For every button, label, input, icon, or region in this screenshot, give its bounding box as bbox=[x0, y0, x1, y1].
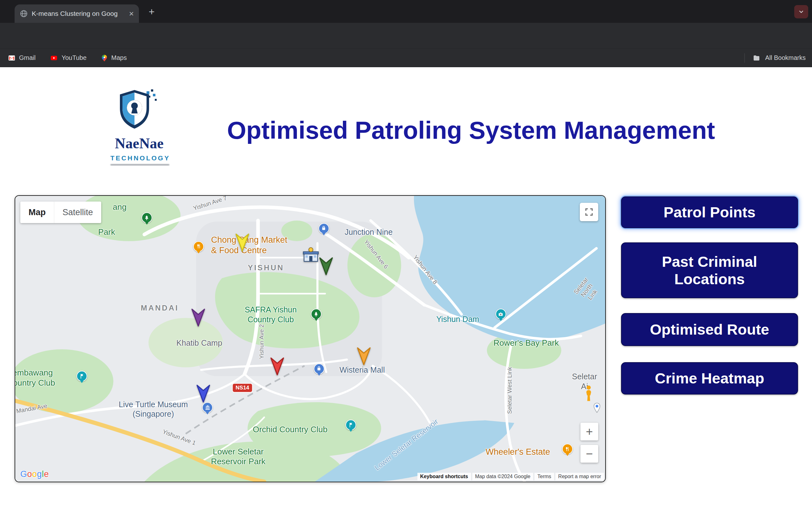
report-map-error-link[interactable]: Report a map error bbox=[555, 473, 604, 481]
all-bookmarks-label: All Bookmarks bbox=[765, 54, 806, 61]
patrol-marker-yellow[interactable] bbox=[235, 232, 250, 252]
site-logo: NaeNae TECHNOLOGY bbox=[110, 88, 168, 165]
youtube-icon bbox=[49, 54, 58, 62]
tab-close-icon[interactable]: × bbox=[129, 9, 134, 19]
bookmark-maps[interactable]: Maps bbox=[101, 54, 127, 62]
tab-strip: K-means Clustering on Goog × + bbox=[0, 0, 812, 23]
transit-badge-ns14: NS14 bbox=[233, 384, 252, 392]
new-tab-button[interactable]: + bbox=[145, 6, 158, 18]
gmail-icon bbox=[8, 54, 16, 62]
pin-camera-yishun-dam[interactable] bbox=[496, 308, 506, 320]
terms-link[interactable]: Terms bbox=[535, 473, 554, 481]
shield-logo-icon bbox=[115, 88, 163, 132]
map-data-text: Map data ©2024 Google bbox=[472, 473, 534, 481]
chevron-down-icon bbox=[798, 8, 805, 15]
page-content: NaeNae TECHNOLOGY Optimised Patroling Sy… bbox=[0, 67, 812, 507]
bookmark-label: YouTube bbox=[61, 54, 87, 61]
map-terrain bbox=[15, 196, 605, 482]
map-type-map-button[interactable]: Map bbox=[20, 202, 54, 223]
pin-restaurant-wheelers-estate[interactable] bbox=[562, 444, 573, 454]
streetview-pin-icon bbox=[593, 403, 601, 413]
globe-favicon-icon bbox=[20, 9, 28, 18]
patrol-marker-orange[interactable] bbox=[356, 346, 372, 366]
pin-shopping-wisteria-mall[interactable] bbox=[314, 363, 324, 374]
optimised-route-button[interactable]: Optimised Route bbox=[621, 313, 798, 346]
maps-pin-icon bbox=[101, 54, 108, 62]
page-title: Optimised Patroling System Management bbox=[203, 116, 739, 145]
tab-search-button[interactable] bbox=[794, 5, 808, 18]
patrol-marker-purple[interactable] bbox=[190, 307, 206, 328]
past-criminal-locations-button[interactable]: Past Criminal Locations bbox=[621, 242, 798, 298]
pin-park-tree[interactable] bbox=[142, 212, 152, 223]
tab-title: K-means Clustering on Goog bbox=[32, 10, 124, 17]
all-bookmarks[interactable]: All Bookmarks bbox=[745, 53, 812, 63]
crime-heatmap-button[interactable]: Crime Heatmap bbox=[621, 362, 798, 395]
fullscreen-button[interactable] bbox=[580, 203, 598, 221]
patrol-points-button[interactable]: Patrol Points bbox=[621, 196, 798, 228]
patrol-marker-green[interactable] bbox=[318, 256, 334, 276]
brand-name: NaeNae bbox=[110, 135, 168, 152]
google-logo: Google bbox=[20, 469, 49, 479]
fullscreen-icon bbox=[584, 207, 594, 217]
police-station-marker[interactable] bbox=[301, 246, 320, 264]
patrol-marker-blue[interactable] bbox=[195, 383, 211, 404]
pin-club-safra-yishun[interactable] bbox=[311, 308, 322, 320]
browser-tab[interactable]: K-means Clustering on Goog × bbox=[14, 4, 139, 23]
logo-underline bbox=[110, 164, 169, 165]
bookmark-youtube[interactable]: YouTube bbox=[49, 54, 87, 62]
bookmark-label: Gmail bbox=[19, 54, 36, 61]
map-attribution: Keyboard shortcutsMap data ©2024 GoogleT… bbox=[417, 473, 604, 481]
keyboard-shortcuts-button[interactable]: Keyboard shortcuts bbox=[417, 473, 471, 481]
zoom-in-button[interactable]: + bbox=[580, 423, 598, 441]
zoom-control: + − bbox=[580, 423, 598, 463]
bookmarks-bar: Gmail YouTube Maps All Bookmarks bbox=[0, 49, 812, 67]
browser-toolbar: File file:///Users/owennigel/Desktop/Sma… bbox=[0, 23, 812, 49]
zoom-out-button[interactable]: − bbox=[580, 445, 598, 463]
map[interactable]: angParkYishun Ave 7Chong Pang Market & F… bbox=[14, 195, 606, 482]
map-type-control: Map Satellite bbox=[20, 202, 101, 223]
pin-restaurant-chong-pang[interactable] bbox=[193, 241, 204, 252]
patrol-marker-red[interactable] bbox=[269, 356, 285, 377]
pegman-icon[interactable] bbox=[582, 385, 595, 403]
bookmark-gmail[interactable]: Gmail bbox=[8, 54, 36, 62]
bookmark-label: Maps bbox=[111, 54, 127, 61]
brand-tagline: TECHNOLOGY bbox=[110, 154, 168, 162]
actions-column: Patrol PointsPast Criminal LocationsOpti… bbox=[621, 195, 798, 395]
bookmarks-divider bbox=[745, 53, 745, 63]
pin-shopping-junction-nine[interactable] bbox=[318, 223, 329, 234]
folder-icon bbox=[752, 54, 761, 62]
map-type-satellite-button[interactable]: Satellite bbox=[54, 202, 101, 223]
